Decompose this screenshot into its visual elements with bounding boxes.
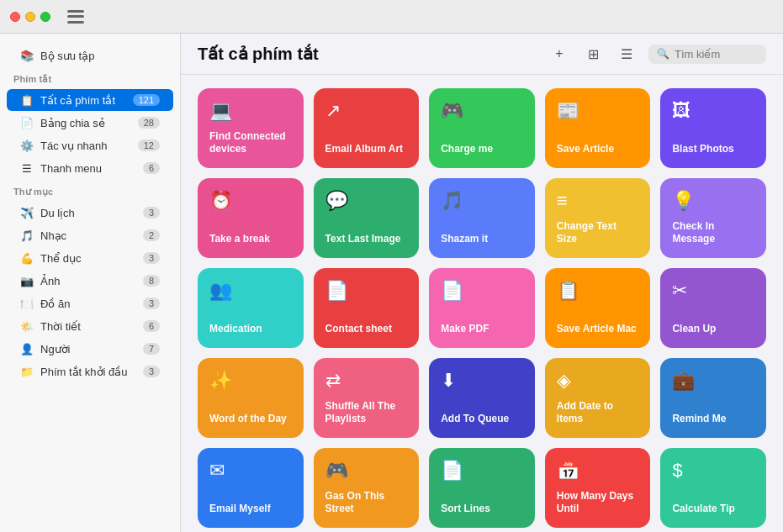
card-label-18: Add To Queue	[441, 413, 523, 426]
add-shortcut-button[interactable]: +	[548, 42, 571, 66]
sidebar-item-travel[interactable]: ✈️ Du lịch 3	[7, 202, 173, 224]
shortcut-card-17[interactable]: ⇄ Shuffle All The Playlists	[314, 358, 420, 438]
search-input[interactable]	[675, 48, 759, 61]
shortcut-card-22[interactable]: 🎮 Gas On This Street	[314, 448, 420, 528]
sidebar-item-menu[interactable]: ☰ Thanh menu 6	[7, 157, 173, 179]
card-icon-23: 📄	[441, 460, 523, 482]
close-button[interactable]	[10, 12, 20, 22]
shortcut-card-12[interactable]: 📄 Contact sheet	[314, 268, 420, 348]
sidebar-badge-food: 3	[143, 298, 160, 309]
sidebar-item-music[interactable]: 🎵 Nhạc 2	[7, 224, 173, 246]
shortcut-card-24[interactable]: 📅 How Many Days Until	[545, 448, 651, 528]
main-header: Tất cả phím tắt + ⊞ ☰ 🔍	[181, 34, 783, 75]
shortcut-card-1[interactable]: 💻 Find Connected devices	[198, 88, 304, 168]
shortcut-card-18[interactable]: ⬇ Add To Queue	[429, 358, 535, 438]
sidebar-item-all[interactable]: 📋 Tất cả phím tắt 121	[7, 89, 173, 111]
sidebar-badge-menu: 6	[143, 162, 160, 174]
minimize-button[interactable]	[25, 12, 35, 22]
shortcut-card-5[interactable]: 🖼 Blast Photos	[660, 88, 766, 168]
card-label-19: Add Date to Items	[557, 400, 639, 426]
page-title: Tất cả phím tắt	[198, 44, 537, 64]
card-icon-6: ⏰	[209, 190, 292, 212]
card-icon-4: 📰	[557, 100, 639, 122]
card-icon-21: ✉	[209, 460, 292, 482]
shortcut-card-2[interactable]: ↗ Email Album Art	[314, 88, 420, 168]
search-box: 🔍	[648, 45, 766, 64]
card-icon-7: 💬	[325, 190, 408, 212]
collection-label: Bộ sưu tập	[40, 50, 94, 62]
card-icon-17: ⇄	[325, 370, 408, 392]
card-label-25: Calculate Tip	[672, 503, 754, 516]
collection-button[interactable]: 📚 Bộ sưu tập	[7, 44, 173, 67]
sidebar-icon-travel: ✈️	[20, 206, 34, 219]
sidebar-icon-food: 🍽️	[20, 297, 34, 310]
sidebar: 📚 Bộ sưu tập Phím tắt 📋 Tất cả phím tắt …	[0, 34, 181, 532]
sidebar-item-people[interactable]: 👤 Người 7	[7, 338, 173, 360]
card-label-20: Remind Me	[672, 413, 754, 426]
sidebar-toggle-button[interactable]	[67, 10, 84, 24]
sidebar-badge-fitness: 3	[143, 252, 160, 264]
sidebar-shortcuts-group: 📋 Tất cả phím tắt 121 📄 Bảng chia sẻ 28 …	[0, 89, 180, 179]
shortcut-card-10[interactable]: 💡 Check In Message	[660, 178, 766, 258]
card-label-4: Save Article	[557, 143, 639, 156]
card-label-1: Find Connected devices	[209, 130, 292, 156]
sidebar-item-weather[interactable]: 🌤️ Thời tiết 6	[7, 315, 173, 337]
card-label-3: Charge me	[441, 143, 523, 156]
card-icon-25: $	[672, 460, 754, 482]
sidebar-item-photos[interactable]: 📷 Ảnh 8	[7, 270, 173, 292]
grid-view-button[interactable]: ⊞	[581, 42, 605, 66]
card-icon-15: ✂	[672, 280, 754, 302]
sidebar-item-quick[interactable]: ⚙️ Tác vụ nhanh 12	[7, 134, 173, 156]
traffic-lights	[10, 12, 50, 22]
sidebar-icon-all: 📋	[20, 93, 34, 107]
shortcut-card-16[interactable]: ✨ Word of the Day	[198, 358, 304, 438]
sidebar-item-food[interactable]: 🍽️ Đồ ăn 3	[7, 292, 173, 314]
sidebar-badge-people: 7	[143, 343, 160, 355]
sidebar-label-starter: Phím tắt khởi đầu	[40, 366, 127, 378]
card-label-2: Email Album Art	[325, 143, 408, 156]
sidebar-badge-music: 2	[143, 229, 160, 241]
shortcut-card-25[interactable]: $ Calculate Tip	[660, 448, 766, 528]
sidebar-badge-travel: 3	[143, 207, 160, 219]
sidebar-icon-starter: 📁	[20, 365, 34, 378]
sidebar-icon-menu: ☰	[20, 161, 34, 175]
card-label-12: Contact sheet	[325, 323, 408, 336]
card-icon-1: 💻	[209, 100, 292, 122]
shortcut-card-14[interactable]: 📋 Save Article Mac	[545, 268, 651, 348]
card-icon-9: ≡	[557, 190, 639, 212]
card-label-10: Check In Message	[672, 220, 754, 246]
card-icon-22: 🎮	[325, 460, 408, 482]
shortcut-card-21[interactable]: ✉ Email Myself	[198, 448, 304, 528]
card-icon-16: ✨	[209, 370, 292, 392]
shortcut-card-7[interactable]: 💬 Text Last Image	[314, 178, 420, 258]
card-icon-24: 📅	[557, 460, 639, 482]
titlebar	[0, 0, 783, 34]
sidebar-icon-weather: 🌤️	[20, 319, 34, 333]
shortcut-card-23[interactable]: 📄 Sort Lines	[429, 448, 535, 528]
sidebar-badge-weather: 6	[143, 320, 160, 332]
card-icon-2: ↗	[325, 100, 408, 122]
sidebar-badge-starter: 3	[143, 366, 160, 377]
section-shortcuts-header: Phím tắt	[0, 67, 180, 88]
shortcut-card-13[interactable]: 📄 Make PDF	[429, 268, 535, 348]
shortcut-card-8[interactable]: 🎵 Shazam it	[429, 178, 535, 258]
card-label-15: Clean Up	[672, 323, 754, 336]
shortcut-card-4[interactable]: 📰 Save Article	[545, 88, 651, 168]
sidebar-label-fitness: Thể dục	[40, 252, 82, 265]
sidebar-item-shared[interactable]: 📄 Bảng chia sẻ 28	[7, 112, 173, 134]
card-icon-3: 🎮	[441, 100, 523, 122]
maximize-button[interactable]	[40, 12, 50, 22]
sidebar-item-fitness[interactable]: 💪 Thể dục 3	[7, 247, 173, 269]
list-view-button[interactable]: ☰	[615, 42, 638, 66]
shortcut-card-20[interactable]: 💼 Remind Me	[660, 358, 766, 438]
sidebar-item-starter[interactable]: 📁 Phím tắt khởi đầu 3	[7, 361, 173, 382]
card-label-24: How Many Days Until	[557, 490, 639, 516]
shortcut-card-11[interactable]: 👥 Medication	[198, 268, 304, 348]
shortcut-card-19[interactable]: ◈ Add Date to Items	[545, 358, 651, 438]
sidebar-label-weather: Thời tiết	[40, 320, 81, 333]
shortcut-card-15[interactable]: ✂ Clean Up	[660, 268, 766, 348]
shortcuts-grid: 💻 Find Connected devices ↗ Email Album A…	[181, 75, 783, 532]
shortcut-card-3[interactable]: 🎮 Charge me	[429, 88, 535, 168]
shortcut-card-6[interactable]: ⏰ Take a break	[198, 178, 304, 258]
shortcut-card-9[interactable]: ≡ Change Text Size	[545, 178, 651, 258]
